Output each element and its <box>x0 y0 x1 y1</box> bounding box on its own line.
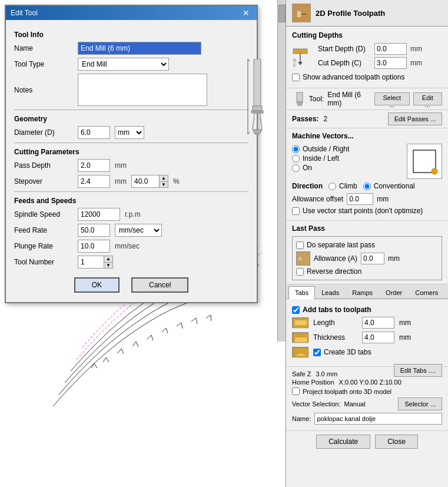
do-separate-checkbox[interactable] <box>296 241 304 249</box>
right-panel: 2D Profile Toolpath Cutting Depths D C S… <box>286 0 448 487</box>
dialog-body: Tool Info Name Tool Type End Mill Notes <box>6 20 257 302</box>
passes-row: Passes: 2 Edit Passes ... <box>286 110 448 128</box>
outside-radio[interactable] <box>292 145 300 153</box>
allowance-row: Allowance offset mm <box>292 193 442 205</box>
inside-radio-row: Inside / Left <box>292 154 349 163</box>
thickness-row: Thickness mm <box>292 332 442 343</box>
stepover-pct-input[interactable] <box>131 175 160 188</box>
tab-leads[interactable]: Leads <box>315 286 346 299</box>
selector-button[interactable]: Selector ... <box>398 397 442 410</box>
tab-ramps[interactable]: Ramps <box>346 286 379 299</box>
notes-field-row: Notes <box>14 74 248 106</box>
create-3d-icon <box>292 347 308 357</box>
stepover-pct-spinner[interactable]: ▲ ▼ <box>131 175 168 188</box>
pass-depth-unit: mm <box>115 161 127 170</box>
spindle-input[interactable] <box>78 208 120 221</box>
cancel-button[interactable]: Cancel <box>131 277 188 293</box>
notes-textarea[interactable] <box>78 74 207 106</box>
home-label: Home Position <box>292 379 334 386</box>
name-input[interactable] <box>78 42 201 55</box>
climb-radio[interactable] <box>328 183 336 190</box>
tool-type-select[interactable]: End Mill <box>78 58 169 71</box>
toolpath-name-input[interactable] <box>314 413 442 425</box>
svg-marker-9 <box>253 130 262 134</box>
last-pass-title: Last Pass <box>292 224 442 233</box>
length-input[interactable] <box>362 317 394 329</box>
stepover-pct-unit: % <box>173 177 180 185</box>
tool-num-up[interactable]: ▲ <box>104 256 112 263</box>
spinner-down[interactable]: ▼ <box>160 182 168 188</box>
pass-depth-input[interactable] <box>78 159 110 172</box>
tab-corners[interactable]: Corners <box>409 286 444 299</box>
edit-tabs-button[interactable]: Edit Tabs .... <box>394 364 442 377</box>
add-tabs-checkbox[interactable] <box>292 306 300 314</box>
name-row: Name: <box>292 413 442 425</box>
conventional-radio[interactable] <box>363 183 371 190</box>
allowance-label: Allowance offset <box>292 195 343 203</box>
feed-rate-input[interactable] <box>78 224 110 237</box>
vector-start-row: Use vector start points (don't optimize) <box>292 207 442 215</box>
dialog-overlay: Edit Tool ✕ Tool Info Name Tool Type End… <box>0 0 286 342</box>
spindle-unit: r.p.m <box>125 210 141 218</box>
safe-z-row: Safe Z 3.0 mm <box>292 370 394 377</box>
allowance-input[interactable] <box>347 193 373 205</box>
advanced-options-checkbox[interactable] <box>292 74 300 81</box>
create-3d-checkbox[interactable] <box>313 349 321 356</box>
tool-name: End Mill (6 mm) <box>327 91 371 107</box>
home-value: X:0.00 Y:0.00 Z:10.00 <box>339 379 401 386</box>
dialog-title: Edit Tool <box>11 9 38 17</box>
edit-passes-button[interactable]: Edit Passes ... <box>388 112 442 125</box>
calculate-button[interactable]: Calculate <box>316 435 370 449</box>
on-radio[interactable] <box>292 164 300 172</box>
feed-unit-select[interactable]: mm/sec mm/min <box>115 224 162 237</box>
length-unit: mm <box>399 319 411 327</box>
cutting-depths-section: Cutting Depths D C Start Depth (D) mm <box>286 26 448 88</box>
close-button[interactable]: Close <box>375 435 418 449</box>
length-label: Length <box>313 319 357 327</box>
plunge-rate-input[interactable] <box>78 240 110 253</box>
diameter-input[interactable] <box>78 126 110 139</box>
tab-tabs[interactable]: Tabs <box>288 286 315 299</box>
allowance-unit: mm <box>377 195 389 203</box>
svg-line-6 <box>260 111 262 130</box>
stepover-unit: mm <box>115 177 127 185</box>
project-toolpath-row: Project toolpath onto 3D model <box>292 387 442 395</box>
tool-num-spinner-arrows[interactable]: ▲ ▼ <box>104 256 113 269</box>
direction-box <box>407 144 442 179</box>
spinner-up[interactable]: ▲ <box>160 175 168 182</box>
cut-depth-label: Cut Depth (C) <box>318 59 371 67</box>
spinner-arrows[interactable]: ▲ ▼ <box>160 175 168 188</box>
cut-depth-input[interactable] <box>374 57 407 69</box>
select-tool-button[interactable]: Select ... <box>374 92 410 105</box>
feed-rate-label: Feed Rate <box>14 226 73 234</box>
tool-image <box>247 59 268 137</box>
tab-order[interactable]: Order <box>379 286 409 299</box>
plunge-rate-row: Plunge Rate mm/sec <box>14 240 248 253</box>
tool-number-label: Tool Number <box>14 258 73 266</box>
spindle-row: Spindle Speed r.p.m <box>14 208 248 221</box>
tool-number-row: Tool Number ▲ ▼ <box>14 256 248 269</box>
outside-label: Outside / Right <box>303 145 349 153</box>
unit-select[interactable]: mm inch <box>115 126 144 139</box>
dialog-close-button[interactable]: ✕ <box>240 8 252 18</box>
allowance-a-label: Allowance (A) <box>314 254 357 263</box>
project-toolpath-checkbox[interactable] <box>292 387 300 395</box>
allowance-a-input[interactable] <box>361 253 384 264</box>
stepover-input[interactable] <box>78 175 110 188</box>
inside-radio[interactable] <box>292 155 300 163</box>
edit-tool-button[interactable]: Edit ... <box>413 92 442 105</box>
feeds-speeds-title: Feeds and Speeds <box>14 197 248 205</box>
tool-number-spinner[interactable]: ▲ ▼ <box>78 256 113 269</box>
ok-button[interactable]: OK <box>74 277 120 293</box>
climb-radio-row: Climb <box>328 182 357 190</box>
allowance-icon: A <box>296 251 310 266</box>
vector-start-checkbox[interactable] <box>292 207 300 215</box>
thickness-input[interactable] <box>362 332 394 343</box>
tool-number-input[interactable] <box>78 256 104 269</box>
feed-rate-row: Feed Rate mm/sec mm/min <box>14 224 248 237</box>
machine-vectors-inner: Outside / Right Inside / Left On <box>292 144 442 179</box>
tool-num-down[interactable]: ▼ <box>104 263 112 269</box>
start-depth-input[interactable] <box>374 43 407 55</box>
reverse-checkbox[interactable] <box>296 268 304 276</box>
reverse-direction-row: Reverse direction <box>296 267 438 276</box>
